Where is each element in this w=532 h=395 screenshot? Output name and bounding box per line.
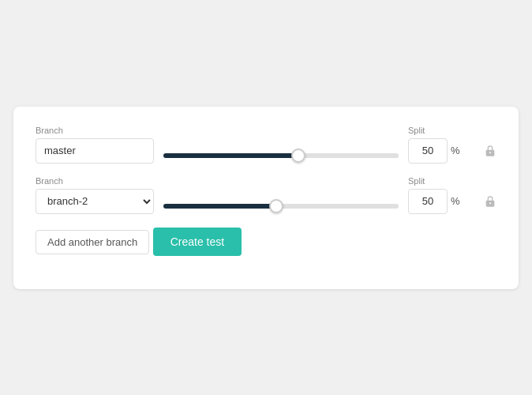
create-test-button[interactable]: Create test	[153, 228, 242, 256]
split-slider-master[interactable]	[163, 153, 399, 158]
branch-input-group-1: Branch	[36, 126, 154, 164]
slider-group-2	[163, 181, 399, 209]
lock-icon-wrapper-1[interactable]	[481, 132, 496, 157]
add-another-branch-button[interactable]: Add another branch	[36, 230, 149, 254]
branch-input-master[interactable]	[36, 138, 154, 164]
split-group-2: Split %	[408, 176, 471, 214]
split-group-1: Split %	[408, 126, 471, 164]
branch-row-2: Branch branch-2 master develop Split %	[36, 176, 496, 214]
split-value-branch2[interactable]	[408, 189, 448, 214]
lock-icon-wrapper-2[interactable]	[481, 182, 496, 208]
slider-group-1	[163, 130, 399, 158]
branch-label-1: Branch	[36, 126, 154, 135]
split-value-master[interactable]	[408, 138, 448, 164]
lock-icon-2[interactable]	[484, 195, 496, 208]
percent-label-1: %	[451, 145, 460, 156]
split-input-wrapper-2: %	[408, 189, 460, 214]
branch-label-2: Branch	[36, 176, 154, 186]
split-label-1: Split	[408, 126, 425, 135]
lock-icon-1[interactable]	[484, 145, 496, 157]
branch-input-group-2: Branch branch-2 master develop	[36, 176, 154, 214]
split-slider-branch2[interactable]	[163, 204, 399, 209]
ab-test-card: Branch Split % Branch branch-2	[13, 107, 519, 289]
percent-label-2: %	[451, 195, 460, 207]
branch-row-1: Branch Split %	[36, 126, 496, 164]
split-label-2: Split	[408, 176, 425, 186]
split-input-wrapper-1: %	[408, 138, 460, 164]
branch-select-branch2[interactable]: branch-2 master develop	[36, 189, 154, 214]
